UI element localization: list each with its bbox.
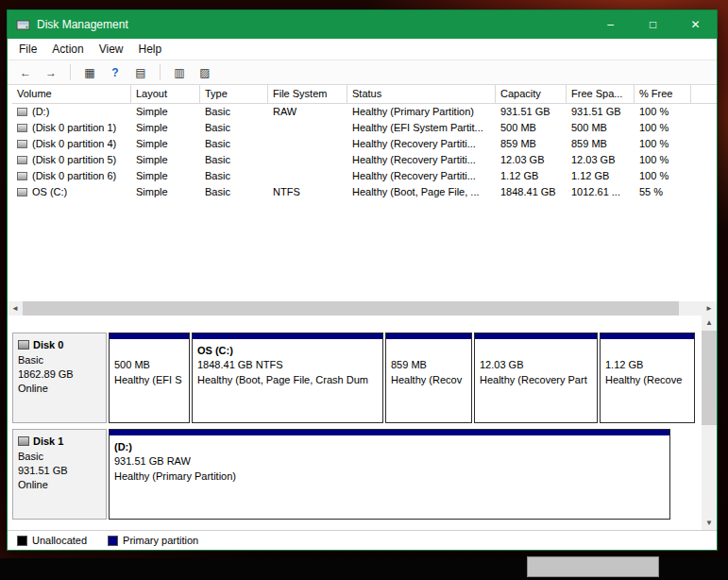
cell-file_system [268,168,347,184]
scroll-left-arrow-icon[interactable]: ◄ [8,301,23,316]
cell-pct_free: 100 % [635,152,691,168]
partition-block[interactable]: (D:)931.51 GB RAWHealthy (Primary Partit… [109,429,670,520]
disk-type: Basic [18,450,101,464]
taskbar-button[interactable] [527,556,659,577]
cell-filler [691,184,717,200]
cell-capacity: 12.03 GB [496,152,567,168]
legend-bar: UnallocatedPrimary partition [8,530,717,550]
maximize-button[interactable]: □ [632,10,674,39]
scroll-down-arrow-icon[interactable]: ▼ [702,516,717,530]
vertical-scrollbar-thumb[interactable] [702,331,717,425]
cell-free_space: 1.12 GB [567,168,635,184]
disk-drive-icon [18,340,29,350]
vertical-scrollbar[interactable]: ▲ ▼ [702,316,717,530]
cell-status: Healthy (EFI System Partit... [347,120,496,136]
window-controls: – □ ✕ [589,10,717,39]
partition-block[interactable]: OS (C:)1848.41 GB NTFSHealthy (Boot, Pag… [192,333,383,423]
properties-icon[interactable]: ▤ [130,63,151,82]
volume-list-header: VolumeLayoutTypeFile SystemStatusCapacit… [12,85,717,104]
scroll-up-arrow-icon[interactable]: ▲ [702,316,717,330]
menu-item-view[interactable]: View [92,41,131,58]
column-header-pct_free[interactable]: % Free [635,85,691,103]
partition-size: 859 MB [391,357,466,372]
volume-list-rows: (D:)SimpleBasicRAWHealthy (Primary Parti… [12,104,717,200]
partition-block[interactable]: 12.03 GBHealthy (Recovery Part [474,333,598,423]
menu-item-action[interactable]: Action [44,41,91,58]
partition-status: Healthy (Recove [605,372,689,387]
partition-title [605,344,689,357]
volume-row[interactable]: (D:)SimpleBasicRAWHealthy (Primary Parti… [12,104,717,120]
disk-management-icon [16,19,30,31]
column-header-file_system[interactable]: File System [268,85,347,103]
column-header-type[interactable]: Type [200,85,268,103]
console-tree-icon[interactable]: ▦ [79,63,100,82]
partition-status: Healthy (Primary Partition) [114,469,665,484]
volume-icon [17,172,27,180]
cell-pct_free: 100 % [635,136,691,152]
scroll-right-arrow-icon[interactable]: ► [702,301,717,316]
volume-icon [17,124,27,132]
cell-layout: Simple [131,136,200,152]
cell-volume: (D:) [12,104,131,120]
partition-block[interactable]: 859 MBHealthy (Recov [385,333,472,423]
close-button[interactable]: ✕ [674,10,717,39]
cell-free_space: 931.51 GB [567,104,635,120]
cell-volume: OS (C:) [12,184,131,200]
volume-row[interactable]: (Disk 0 partition 5)SimpleBasicHealthy (… [12,152,717,168]
cell-pct_free: 100 % [635,168,691,184]
disk-status: Online [18,478,101,492]
cell-status: Healthy (Primary Partition) [347,104,496,120]
legend-swatch [108,536,118,546]
cell-filler [691,104,717,120]
column-header-capacity[interactable]: Capacity [496,85,567,103]
menu-item-help[interactable]: Help [131,41,170,58]
cell-file_system [268,120,347,136]
volume-row[interactable]: (Disk 0 partition 1)SimpleBasicHealthy (… [12,120,717,136]
partition-status: Healthy (EFI S [114,372,184,387]
cell-layout: Simple [131,152,200,168]
graphical-view-icon[interactable]: ▥ [169,63,190,82]
cell-filler [691,136,717,152]
cell-layout: Simple [131,104,200,120]
cell-status: Healthy (Recovery Partiti... [347,152,496,168]
volume-row[interactable]: (Disk 0 partition 6)SimpleBasicHealthy (… [12,168,717,184]
cell-type: Basic [200,168,268,184]
partition-status: Healthy (Recov [391,372,466,387]
disk-management-window: Disk Management – □ ✕ FileActionViewHelp… [7,9,718,551]
volume-icon [17,108,27,116]
cell-filler [691,120,717,136]
title-bar: Disk Management – □ ✕ [8,10,717,39]
action-pane-icon[interactable]: ▨ [195,63,215,82]
disk-label[interactable]: Disk 0Basic1862.89 GBOnline [12,333,107,423]
cell-free_space: 500 MB [567,120,635,136]
primary-partition-stripe [110,333,189,340]
cell-pct_free: 100 % [635,104,691,120]
cell-status: Healthy (Boot, Page File, ... [347,184,496,200]
horizontal-scrollbar[interactable]: ◄ ► [8,301,717,316]
cell-filler [691,152,717,168]
cell-volume: (Disk 0 partition 5) [12,152,131,168]
menu-item-file[interactable]: File [11,41,44,58]
help-icon[interactable]: ? [105,63,126,82]
column-header-volume[interactable]: Volume [12,85,131,103]
volume-list: VolumeLayoutTypeFile SystemStatusCapacit… [8,85,717,301]
volume-icon [17,188,27,196]
volume-row[interactable]: (Disk 0 partition 4)SimpleBasicHealthy (… [12,136,717,152]
cell-layout: Simple [131,184,200,200]
cell-free_space: 12.03 GB [567,152,635,168]
cell-volume: (Disk 0 partition 1) [12,120,131,136]
column-header-layout[interactable]: Layout [131,85,200,103]
partition-block[interactable]: 1.12 GBHealthy (Recove [600,333,695,423]
cell-file_system: NTFS [268,184,347,200]
horizontal-scrollbar-thumb[interactable] [23,301,679,316]
cell-type: Basic [200,184,268,200]
disk-label[interactable]: Disk 1Basic931.51 GBOnline [12,429,107,520]
minimize-button[interactable]: – [589,10,632,39]
column-header-status[interactable]: Status [347,85,496,103]
forward-arrow-icon[interactable]: → [41,63,61,82]
volume-row[interactable]: OS (C:)SimpleBasicNTFSHealthy (Boot, Pag… [12,184,717,200]
back-arrow-icon[interactable]: ← [15,63,36,82]
partition-block[interactable]: 500 MBHealthy (EFI S [109,333,190,423]
cell-free_space: 1012.61 ... [567,184,635,200]
column-header-free_space[interactable]: Free Spa... [567,85,635,103]
